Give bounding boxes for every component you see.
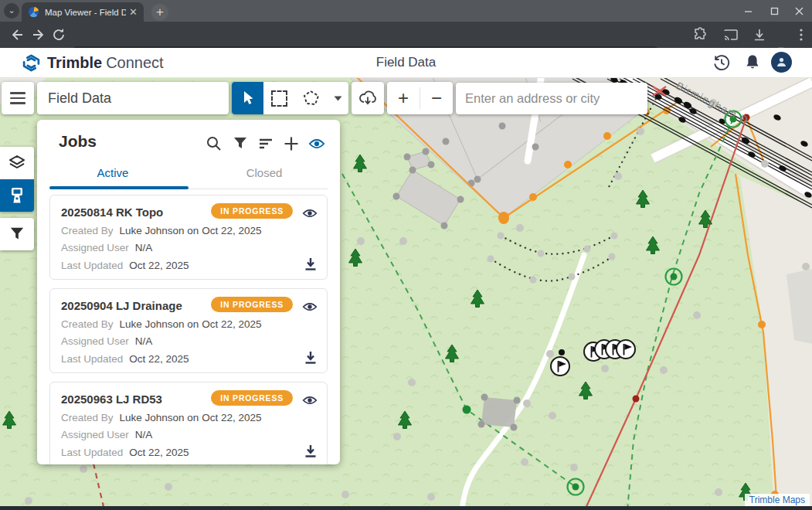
map-toolbar: + −	[0, 82, 812, 114]
layer-name-box[interactable]	[37, 82, 229, 114]
layer-name-input[interactable]	[37, 82, 229, 114]
chevron-down-icon	[334, 96, 342, 101]
browser-tabstrip: ⌄ Map Viewer - Field Data ✕ +	[0, 0, 812, 22]
selection-tools-group	[232, 82, 348, 114]
user-avatar[interactable]	[771, 52, 792, 73]
window-close-button[interactable]	[786, 0, 812, 22]
window-edge	[0, 506, 812, 510]
tab-title: Map Viewer - Field Data	[45, 8, 126, 17]
tab-search-chevron-icon[interactable]: ⌄	[4, 3, 19, 19]
assigned-user-value: N/A	[135, 429, 153, 440]
created-by-value: Luke Johnson on Oct 22, 2025	[120, 412, 262, 423]
rectangle-select-tool[interactable]	[263, 82, 295, 114]
user-avatar-icon	[771, 52, 792, 73]
last-updated-label: Last Updated	[61, 353, 123, 365]
job-card[interactable]: 20250814 RK Topo IN PROGRESS Created ByL…	[49, 195, 328, 280]
last-updated-value: Oct 22, 2025	[129, 260, 189, 271]
browser-menu-kebab-icon[interactable]	[793, 27, 809, 42]
history-icon[interactable]	[712, 53, 731, 72]
survey-device-icon	[8, 186, 26, 205]
notifications-bell-icon[interactable]	[743, 53, 762, 72]
sidebar-item-layers[interactable]	[0, 147, 34, 179]
assigned-user-label: Assigned User	[61, 429, 129, 440]
zoom-in-button[interactable]: +	[387, 82, 420, 114]
jobs-tabs: Active Closed	[37, 160, 340, 189]
select-cursor-tool[interactable]	[232, 82, 263, 114]
jobs-panel: Jobs Active Closed 20250814 RK Topo IN P…	[37, 120, 340, 464]
assigned-user-value: N/A	[135, 335, 153, 347]
assigned-user-value: N/A	[135, 242, 153, 253]
map-attribution[interactable]: Trimble Maps	[745, 494, 810, 506]
menu-hamburger-button[interactable]	[2, 82, 34, 114]
sort-icon[interactable]	[257, 135, 274, 152]
add-job-icon[interactable]	[283, 135, 300, 152]
window-maximize-button[interactable]	[761, 0, 787, 22]
download-job-icon[interactable]	[304, 351, 318, 365]
status-badge: IN PROGRESS	[211, 203, 293, 219]
cursor-icon	[241, 90, 255, 106]
map-area: Birmingham D + −	[0, 77, 812, 510]
reload-icon[interactable]	[51, 27, 66, 42]
sidebar-filter-stack	[0, 218, 34, 250]
tab-close-icon[interactable]: ✕	[129, 6, 138, 18]
filter-funnel-icon	[9, 226, 25, 242]
cast-icon[interactable]	[723, 27, 739, 42]
tab-active-underline	[49, 186, 189, 189]
assigned-user-label: Assigned User	[61, 335, 129, 347]
job-card[interactable]: 20250963 LJ RD53 IN PROGRESS Created ByL…	[49, 382, 328, 464]
zoom-controls: + −	[387, 82, 453, 114]
tab-favicon	[28, 6, 39, 18]
tab-active[interactable]: Active	[37, 166, 189, 179]
tab-closed[interactable]: Closed	[189, 166, 340, 179]
last-updated-value: Oct 22, 2025	[129, 447, 189, 458]
page-title: Field Data	[0, 55, 812, 70]
new-tab-button[interactable]: +	[151, 4, 168, 21]
sidebar-item-filter[interactable]	[0, 218, 34, 250]
application-window: { "browser": { "tab_title": "Map Viewer …	[0, 0, 812, 510]
layers-icon	[8, 154, 26, 172]
last-updated-value: Oct 22, 2025	[129, 353, 189, 365]
download-job-icon[interactable]	[304, 257, 318, 271]
last-updated-label: Last Updated	[61, 447, 123, 458]
polygon-select-tool[interactable]	[295, 82, 327, 114]
browser-navbar: viewer.maps.trimblegeospatial.com/app/#/…	[0, 22, 812, 48]
cloud-download-button[interactable]	[352, 82, 384, 114]
job-visibility-eye-icon[interactable]	[302, 393, 318, 408]
tools-dropdown-button[interactable]	[327, 82, 348, 114]
sidebar-tool-stack	[0, 147, 34, 212]
address-search-input[interactable]	[456, 83, 647, 114]
address-search-box[interactable]	[456, 83, 647, 114]
status-badge: IN PROGRESS	[211, 297, 293, 312]
forward-icon[interactable]	[31, 27, 46, 42]
polygon-select-icon	[303, 90, 320, 107]
jobs-panel-title: Jobs	[59, 132, 97, 151]
created-by-label: Created By	[61, 225, 114, 236]
search-icon[interactable]	[206, 135, 223, 152]
back-icon[interactable]	[9, 27, 25, 42]
extensions-puzzle-icon[interactable]	[692, 27, 708, 42]
assigned-user-label: Assigned User	[61, 242, 129, 253]
last-updated-label: Last Updated	[61, 260, 123, 271]
window-minimize-button[interactable]	[735, 0, 761, 22]
sidebar-item-jobs[interactable]	[0, 179, 34, 212]
created-by-value: Luke Johnson on Oct 22, 2025	[120, 225, 262, 236]
created-by-label: Created By	[61, 318, 114, 330]
job-visibility-eye-icon[interactable]	[302, 206, 318, 221]
rectangle-select-icon	[271, 90, 287, 107]
downloads-icon[interactable]	[752, 27, 767, 42]
created-by-value: Luke Johnson on Oct 22, 2025	[120, 318, 262, 330]
download-job-icon[interactable]	[304, 444, 318, 458]
created-by-label: Created By	[61, 412, 114, 423]
status-badge: IN PROGRESS	[211, 390, 293, 406]
browser-tab[interactable]: Map Viewer - Field Data ✕	[22, 2, 144, 22]
job-visibility-eye-icon[interactable]	[302, 299, 318, 314]
visibility-eye-icon[interactable]	[308, 135, 325, 152]
cloud-download-icon	[358, 89, 378, 107]
app-header: TrimbleConnect Field Data	[0, 48, 812, 78]
zoom-out-button[interactable]: −	[420, 82, 453, 114]
map-shed-building	[478, 394, 521, 431]
job-card[interactable]: 20250904 LJ Drainage IN PROGRESS Created…	[49, 288, 328, 373]
filter-icon[interactable]	[232, 135, 249, 152]
